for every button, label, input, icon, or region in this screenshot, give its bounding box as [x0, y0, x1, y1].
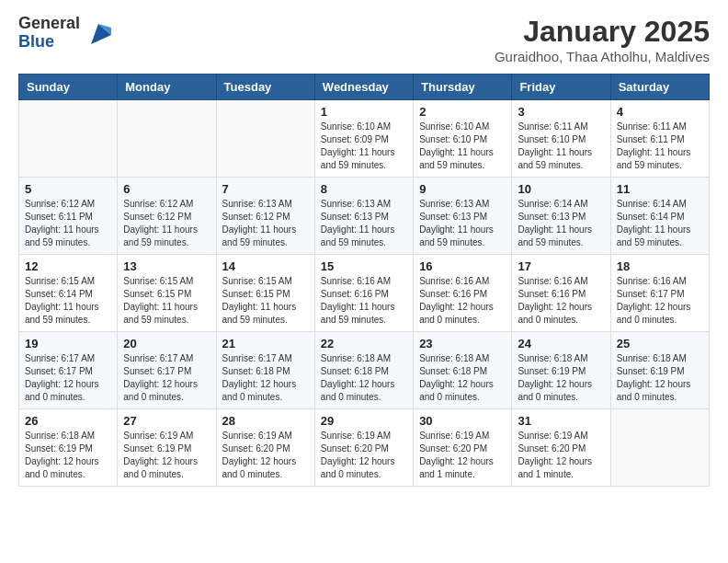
day-number: 28: [222, 414, 309, 428]
day-info: Sunrise: 6:17 AMSunset: 6:17 PMDaylight:…: [25, 352, 111, 404]
day-info: Sunrise: 6:17 AMSunset: 6:17 PMDaylight:…: [123, 352, 210, 404]
day-info: Sunrise: 6:16 AMSunset: 6:16 PMDaylight:…: [419, 275, 506, 327]
day-number: 15: [321, 259, 407, 273]
weekday-header: Sunday: [19, 75, 118, 100]
day-number: 26: [25, 414, 111, 428]
day-number: 31: [518, 414, 604, 428]
day-number: 8: [321, 182, 407, 196]
day-info: Sunrise: 6:16 AMSunset: 6:16 PMDaylight:…: [518, 275, 604, 327]
logo-icon: [84, 18, 113, 48]
day-number: 23: [419, 337, 506, 350]
calendar-cell: 17Sunrise: 6:16 AMSunset: 6:16 PMDayligh…: [512, 255, 610, 332]
day-info: Sunrise: 6:19 AMSunset: 6:20 PMDaylight:…: [518, 430, 604, 481]
day-info: Sunrise: 6:15 AMSunset: 6:14 PMDaylight:…: [25, 275, 111, 327]
day-info: Sunrise: 6:18 AMSunset: 6:19 PMDaylight:…: [518, 352, 604, 404]
logo-general: General: [18, 14, 80, 32]
calendar: SundayMondayTuesdayWednesdayThursdayFrid…: [18, 74, 710, 487]
weekday-header: Saturday: [610, 75, 709, 100]
calendar-cell: 19Sunrise: 6:17 AMSunset: 6:17 PMDayligh…: [19, 332, 118, 409]
calendar-cell: [610, 409, 709, 487]
day-info: Sunrise: 6:14 AMSunset: 6:14 PMDaylight:…: [617, 198, 703, 249]
calendar-cell: 28Sunrise: 6:19 AMSunset: 6:20 PMDayligh…: [216, 409, 314, 487]
day-info: Sunrise: 6:17 AMSunset: 6:18 PMDaylight:…: [222, 352, 309, 404]
day-number: 5: [25, 182, 111, 196]
day-number: 10: [518, 182, 604, 196]
day-number: 3: [518, 105, 604, 119]
calendar-week-row: 5Sunrise: 6:12 AMSunset: 6:11 PMDaylight…: [19, 178, 710, 255]
calendar-cell: [19, 100, 118, 178]
calendar-cell: 6Sunrise: 6:12 AMSunset: 6:12 PMDaylight…: [118, 178, 216, 255]
calendar-cell: 5Sunrise: 6:12 AMSunset: 6:11 PMDaylight…: [19, 178, 118, 255]
day-info: Sunrise: 6:18 AMSunset: 6:18 PMDaylight:…: [419, 352, 506, 404]
calendar-cell: 4Sunrise: 6:11 AMSunset: 6:11 PMDaylight…: [610, 100, 709, 178]
calendar-cell: [118, 100, 216, 178]
day-number: 14: [222, 259, 309, 273]
day-number: 19: [25, 337, 111, 350]
calendar-cell: 30Sunrise: 6:19 AMSunset: 6:20 PMDayligh…: [414, 409, 512, 487]
day-info: Sunrise: 6:16 AMSunset: 6:17 PMDaylight:…: [617, 275, 703, 327]
day-number: 24: [518, 337, 604, 350]
calendar-week-row: 19Sunrise: 6:17 AMSunset: 6:17 PMDayligh…: [19, 332, 710, 409]
day-info: Sunrise: 6:19 AMSunset: 6:20 PMDaylight:…: [321, 430, 407, 481]
calendar-cell: 11Sunrise: 6:14 AMSunset: 6:14 PMDayligh…: [610, 178, 709, 255]
day-number: 29: [321, 414, 407, 428]
calendar-cell: 14Sunrise: 6:15 AMSunset: 6:15 PMDayligh…: [216, 255, 314, 332]
calendar-cell: 21Sunrise: 6:17 AMSunset: 6:18 PMDayligh…: [216, 332, 314, 409]
day-number: 16: [419, 259, 506, 273]
day-info: Sunrise: 6:13 AMSunset: 6:13 PMDaylight:…: [321, 198, 407, 249]
calendar-cell: 27Sunrise: 6:19 AMSunset: 6:19 PMDayligh…: [118, 409, 216, 487]
day-info: Sunrise: 6:14 AMSunset: 6:13 PMDaylight:…: [518, 198, 604, 249]
day-info: Sunrise: 6:19 AMSunset: 6:20 PMDaylight:…: [419, 430, 506, 481]
calendar-cell: 22Sunrise: 6:18 AMSunset: 6:18 PMDayligh…: [314, 332, 413, 409]
day-number: 27: [123, 414, 210, 428]
calendar-cell: 13Sunrise: 6:15 AMSunset: 6:15 PMDayligh…: [118, 255, 216, 332]
day-info: Sunrise: 6:11 AMSunset: 6:11 PMDaylight:…: [617, 121, 703, 172]
day-info: Sunrise: 6:10 AMSunset: 6:10 PMDaylight:…: [419, 121, 506, 172]
day-number: 11: [617, 182, 703, 196]
day-info: Sunrise: 6:19 AMSunset: 6:19 PMDaylight:…: [123, 430, 210, 481]
calendar-cell: 25Sunrise: 6:18 AMSunset: 6:19 PMDayligh…: [610, 332, 709, 409]
day-info: Sunrise: 6:19 AMSunset: 6:20 PMDaylight:…: [222, 430, 309, 481]
day-number: 25: [617, 337, 703, 350]
calendar-cell: 12Sunrise: 6:15 AMSunset: 6:14 PMDayligh…: [19, 255, 118, 332]
weekday-header: Tuesday: [216, 75, 314, 100]
day-number: 1: [321, 105, 407, 119]
calendar-week-row: 26Sunrise: 6:18 AMSunset: 6:19 PMDayligh…: [19, 409, 710, 487]
weekday-header: Monday: [118, 75, 216, 100]
calendar-cell: 3Sunrise: 6:11 AMSunset: 6:10 PMDaylight…: [512, 100, 610, 178]
header: General Blue January 2025 Guraidhoo, Tha…: [18, 15, 710, 64]
day-info: Sunrise: 6:10 AMSunset: 6:09 PMDaylight:…: [321, 121, 407, 172]
weekday-header: Friday: [512, 75, 610, 100]
day-number: 18: [617, 259, 703, 273]
calendar-week-row: 12Sunrise: 6:15 AMSunset: 6:14 PMDayligh…: [19, 255, 710, 332]
calendar-cell: 20Sunrise: 6:17 AMSunset: 6:17 PMDayligh…: [118, 332, 216, 409]
day-info: Sunrise: 6:16 AMSunset: 6:16 PMDaylight:…: [321, 275, 407, 327]
calendar-cell: 15Sunrise: 6:16 AMSunset: 6:16 PMDayligh…: [314, 255, 413, 332]
day-info: Sunrise: 6:18 AMSunset: 6:19 PMDaylight:…: [617, 352, 703, 404]
calendar-cell: 2Sunrise: 6:10 AMSunset: 6:10 PMDaylight…: [414, 100, 512, 178]
calendar-cell: 23Sunrise: 6:18 AMSunset: 6:18 PMDayligh…: [414, 332, 512, 409]
day-number: 30: [419, 414, 506, 428]
day-info: Sunrise: 6:11 AMSunset: 6:10 PMDaylight:…: [518, 121, 604, 172]
logo: General Blue: [18, 15, 113, 52]
day-number: 20: [123, 337, 210, 350]
day-info: Sunrise: 6:13 AMSunset: 6:13 PMDaylight:…: [419, 198, 506, 249]
day-info: Sunrise: 6:15 AMSunset: 6:15 PMDaylight:…: [222, 275, 309, 327]
day-info: Sunrise: 6:15 AMSunset: 6:15 PMDaylight:…: [123, 275, 210, 327]
weekday-header: Thursday: [414, 75, 512, 100]
calendar-cell: 9Sunrise: 6:13 AMSunset: 6:13 PMDaylight…: [414, 178, 512, 255]
calendar-cell: 26Sunrise: 6:18 AMSunset: 6:19 PMDayligh…: [19, 409, 118, 487]
calendar-header-row: SundayMondayTuesdayWednesdayThursdayFrid…: [19, 75, 710, 100]
calendar-cell: 7Sunrise: 6:13 AMSunset: 6:12 PMDaylight…: [216, 178, 314, 255]
calendar-cell: 1Sunrise: 6:10 AMSunset: 6:09 PMDaylight…: [314, 100, 413, 178]
day-number: 4: [617, 105, 703, 119]
day-number: 17: [518, 259, 604, 273]
calendar-week-row: 1Sunrise: 6:10 AMSunset: 6:09 PMDaylight…: [19, 100, 710, 178]
day-info: Sunrise: 6:18 AMSunset: 6:19 PMDaylight:…: [25, 430, 111, 481]
calendar-cell: 10Sunrise: 6:14 AMSunset: 6:13 PMDayligh…: [512, 178, 610, 255]
day-number: 7: [222, 182, 309, 196]
day-number: 9: [419, 182, 506, 196]
day-info: Sunrise: 6:12 AMSunset: 6:12 PMDaylight:…: [123, 198, 210, 249]
day-number: 12: [25, 259, 111, 273]
calendar-cell: 24Sunrise: 6:18 AMSunset: 6:19 PMDayligh…: [512, 332, 610, 409]
